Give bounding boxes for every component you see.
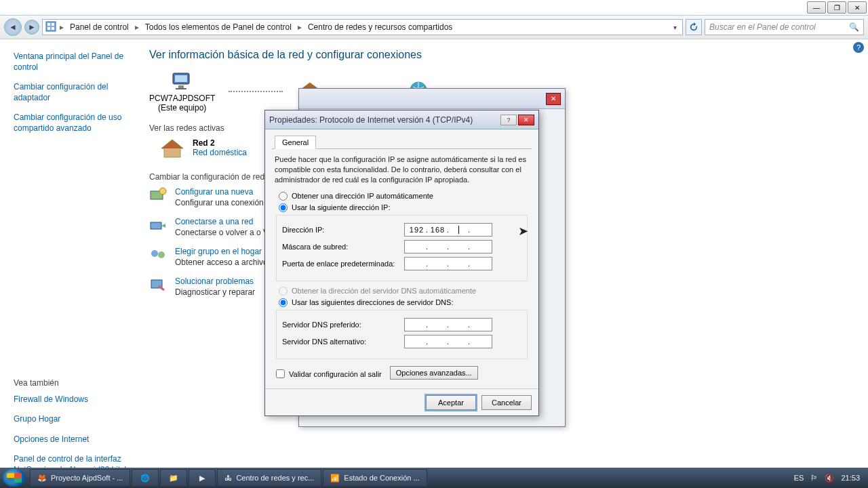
sidebar: Ventana principal del Panel de control C… [0, 39, 136, 468]
taskbar-item-status[interactable]: 📶 Estado de Conexión ... [323, 469, 427, 487]
network-node-pc: PCW7AJPDSOFT (Este equipo) [149, 70, 215, 113]
nav-back-button[interactable]: ◄ [4, 18, 22, 36]
window-maximize-button[interactable]: ❐ [827, 1, 846, 14]
svg-rect-4 [52, 27, 54, 30]
status-icon: 📶 [330, 474, 340, 483]
ie-icon: 🌐 [140, 474, 150, 483]
svg-point-18 [158, 251, 165, 258]
taskbar-label: Estado de Conexión ... [344, 474, 419, 482]
nav-forward-button[interactable]: ► [24, 20, 39, 35]
dns1-label: Servidor DNS preferido: [282, 321, 404, 329]
svg-rect-6 [175, 75, 187, 82]
dialog-close-button[interactable]: ✕ [518, 115, 534, 125]
flag-icon[interactable]: 🏳 [810, 474, 818, 482]
dns-preferred-input[interactable]: ... [404, 318, 492, 331]
breadcrumb-item[interactable]: Centro de redes y recursos compartidos [305, 22, 455, 32]
radio-manual-dns[interactable] [279, 298, 288, 307]
svg-rect-7 [178, 85, 184, 88]
dialog-title: Propiedades: Protocolo de Internet versi… [269, 115, 499, 125]
sidebar-link-sharing[interactable]: Cambiar configuración de uso compartido … [14, 113, 129, 134]
breadcrumb-item[interactable]: Todos los elementos de Panel de control [142, 22, 294, 32]
task-homegroup-link[interactable]: Elegir grupo en el hogar [175, 247, 262, 256]
computer-icon [169, 70, 196, 91]
validate-checkbox[interactable] [276, 369, 285, 378]
taskbar-item-explorer[interactable]: 📁 [160, 469, 187, 487]
gateway-input[interactable]: ... [404, 257, 492, 270]
taskbar-item-media[interactable]: ▶ [189, 469, 216, 487]
radio-manual-ip-label: Usar la siguiente dirección IP: [292, 203, 391, 211]
ip-octet-3 [450, 225, 468, 234]
advanced-button[interactable]: Opciones avanzadas... [390, 366, 478, 380]
tab-strip: General [272, 135, 532, 149]
window-minimize-button[interactable]: — [807, 1, 826, 14]
taskbar-item[interactable]: 🦊 Proyecto AjpdSoft - ... [30, 469, 130, 487]
search-input[interactable]: Buscar en el Panel de control 🔍 [705, 19, 864, 35]
task-desc: Diagnosticar y reparar [175, 287, 255, 297]
sidebar-link-main[interactable]: Ventana principal del Panel de control [14, 52, 129, 73]
gateway-label: Puerta de enlace predeterminada: [282, 260, 404, 268]
radio-auto-ip[interactable] [279, 192, 288, 201]
svg-rect-2 [52, 23, 54, 26]
control-panel-icon [45, 21, 56, 34]
radio-auto-dns-label: Obtener la dirección del servidor DNS au… [292, 287, 476, 295]
cancel-button[interactable]: Cancelar [481, 395, 532, 410]
svg-point-15 [159, 188, 166, 195]
ip-octet-2: 168 [429, 226, 447, 234]
breadcrumb-item[interactable]: Panel de control [67, 22, 132, 32]
sidebar-link-inetopt[interactable]: Opciones de Internet [14, 434, 129, 445]
breadcrumb-dropdown[interactable]: ▾ [671, 24, 679, 31]
tab-general[interactable]: General [275, 136, 316, 149]
dialog-help-button[interactable]: ? [500, 115, 517, 125]
volume-icon[interactable]: 🔇 [825, 474, 834, 483]
taskbar-label: Centro de redes y rec... [236, 474, 314, 482]
mask-label: Máscara de subred: [282, 243, 404, 251]
radio-manual-ip[interactable] [279, 203, 288, 212]
node-pc-name: PCW7AJPDSOFT [149, 94, 215, 103]
lang-indicator[interactable]: ES [794, 474, 804, 482]
network-type-link[interactable]: Red doméstica [193, 148, 247, 157]
refresh-button[interactable] [686, 19, 702, 35]
page-title: Ver información básica de la red y confi… [149, 49, 854, 61]
house-icon [160, 138, 184, 159]
breadcrumb-separator: ▸ [133, 22, 141, 32]
node-pc-sub: (Este equipo) [149, 103, 215, 113]
radio-manual-dns-label: Usar las siguientes direcciones de servi… [292, 298, 453, 306]
svg-marker-13 [161, 140, 183, 148]
task-connect-link[interactable]: Conectarse a una red [175, 217, 253, 226]
media-icon: ▶ [199, 474, 205, 483]
window-close-button[interactable]: ✕ [848, 1, 867, 14]
ip-octet-1: 192 [408, 226, 426, 234]
breadcrumb[interactable]: ▸ Panel de control ▸ Todos los elementos… [42, 19, 683, 35]
subnet-mask-input[interactable]: ... [404, 240, 492, 253]
clock[interactable]: 21:53 [841, 474, 860, 482]
sidebar-link-homegroup[interactable]: Grupo Hogar [14, 414, 129, 425]
sidebar-link-adapter[interactable]: Cambiar configuración del adaptador [14, 82, 129, 103]
taskbar-item-ie[interactable]: 🌐 [132, 469, 159, 487]
connect-icon [149, 217, 167, 232]
bg-close-button[interactable]: ✕ [546, 93, 561, 105]
homegroup-icon [149, 247, 167, 262]
sidebar-link-firewall[interactable]: Firewall de Windows [14, 394, 129, 405]
svg-rect-8 [176, 88, 186, 89]
see-also-heading: Vea también [14, 378, 129, 388]
wizard-icon [149, 187, 167, 202]
help-button[interactable]: ? [853, 42, 864, 53]
task-troubleshoot-link[interactable]: Solucionar problemas [175, 277, 254, 286]
dialog-description: Puede hacer que la configuración IP se a… [275, 155, 529, 185]
task-setup-link[interactable]: Configurar una nueva [175, 187, 253, 197]
radio-auto-dns [279, 287, 288, 296]
taskbar-label: Proyecto AjpdSoft - ... [51, 474, 123, 482]
ip-address-input[interactable]: 192. 168. . [404, 223, 492, 237]
svg-rect-3 [47, 27, 50, 30]
start-button[interactable] [3, 469, 26, 487]
dns-alternate-input[interactable]: ... [404, 335, 492, 348]
system-tray[interactable]: ES 🏳 🔇 21:53 [789, 474, 865, 483]
taskbar-item-network[interactable]: 🖧 Centro de redes y rec... [217, 469, 321, 487]
network-name: Red 2 [193, 138, 247, 148]
taskbar: 🦊 Proyecto AjpdSoft - ... 🌐 📁 ▶ 🖧 Centro… [0, 468, 868, 488]
ok-button[interactable]: Aceptar [426, 395, 476, 410]
troubleshoot-icon [149, 277, 167, 291]
breadcrumb-separator: ▸ [58, 22, 66, 32]
folder-icon: 📁 [169, 474, 178, 483]
ip-label: Dirección IP: [282, 226, 404, 234]
